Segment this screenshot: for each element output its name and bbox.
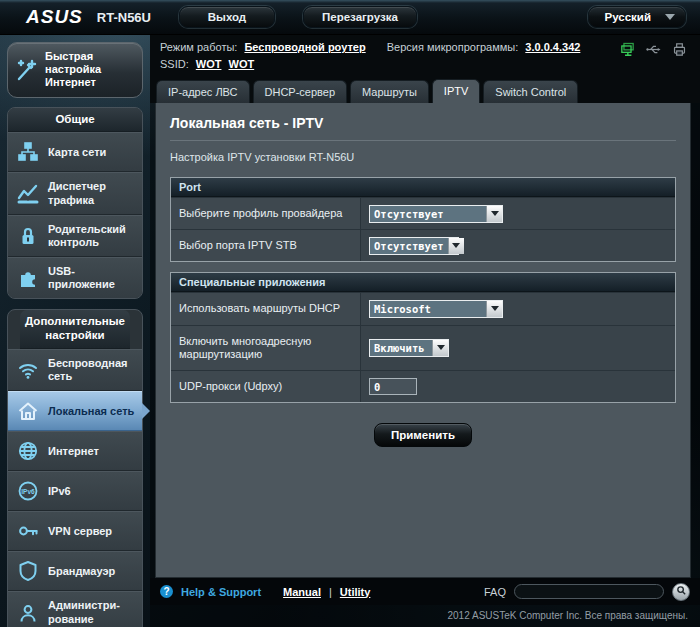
printer-status-icon[interactable]: [671, 41, 688, 63]
status-icons: [619, 41, 688, 63]
firmware-version-label: Версия микропрограммы:: [387, 41, 519, 53]
chevron-down-icon: [486, 206, 502, 222]
firmware-version-link[interactable]: 3.0.0.4.342: [525, 41, 580, 53]
sidebar-item-parental-control[interactable]: Родительский контроль: [8, 215, 142, 257]
logout-button[interactable]: Выход: [179, 6, 275, 28]
operation-mode-label: Режим работы:: [160, 41, 237, 53]
main-column: Режим работы: Беспроводной роутер Версия…: [150, 35, 700, 627]
status-infobar: Режим работы: Беспроводной роутер Версия…: [150, 35, 700, 74]
chevron-down-icon: [448, 238, 464, 254]
field-label: Включить многоадресную маршрутизацию: [171, 326, 361, 370]
tab-bar: IP-адрес ЛВС DHCP-сервер Маршруты IPTV S…: [150, 74, 700, 103]
usb-status-icon[interactable]: [645, 41, 662, 63]
tab-routes[interactable]: Маршруты: [350, 80, 429, 103]
form-row-iptv-stb-port: Выбор порта IPTV STB Отсутствует: [171, 229, 675, 261]
asus-logo: ASUS: [26, 6, 83, 28]
sidebar-section-general: Общие Карта сети: [7, 107, 143, 300]
tab-iptv[interactable]: IPTV: [432, 79, 480, 104]
sidebar-item-ipv6[interactable]: IPv6 IPv6: [8, 471, 142, 511]
utility-link[interactable]: Utility: [340, 586, 371, 598]
ssid-link-2[interactable]: WOT: [229, 58, 255, 70]
operation-mode-link[interactable]: Беспроводной роутер: [244, 41, 365, 53]
infobar-line-2: SSID: WOT WOT: [160, 56, 690, 73]
section-port: Port Выберите профиль провайдера Отсутст…: [170, 177, 676, 262]
model-name: RT-N56U: [97, 10, 151, 25]
page-title: Локальная сеть - IPTV: [170, 115, 676, 131]
reboot-button[interactable]: Перезагрузка: [303, 6, 417, 28]
help-question-icon: ?: [160, 585, 173, 598]
content-panel: Локальная сеть - IPTV Настройка IPTV уст…: [155, 103, 691, 578]
section-special-applications: Специальные приложения Использовать марш…: [170, 272, 676, 403]
chevron-down-icon: [665, 14, 675, 20]
page-subtitle: Настройка IPTV установки RT-N56U: [170, 151, 676, 163]
field-label: Выбор порта IPTV STB: [171, 230, 361, 261]
language-select[interactable]: Русский: [588, 6, 686, 28]
section-title: Специальные приложения: [171, 273, 675, 292]
sidebar-item-administration[interactable]: Администри-рование: [8, 591, 142, 627]
field-label: UDP-прокси (Udpxy): [171, 371, 361, 402]
wifi-icon: [16, 358, 40, 382]
traffic-chart-icon: [16, 182, 40, 206]
title-divider: [170, 140, 676, 141]
apply-button[interactable]: Применить: [374, 423, 472, 447]
sidebar-item-vpn-server[interactable]: VPN сервер: [8, 511, 142, 551]
language-value: Русский: [605, 11, 651, 23]
copyright-text: 2012 ASUSTeK Computer Inc. Все права защ…: [150, 605, 700, 627]
sidebar-item-quick-setup[interactable]: Быстрая настройка Интернет: [7, 42, 143, 98]
iptv-stb-port-select[interactable]: Отсутствует: [369, 237, 459, 255]
provider-profile-select[interactable]: Отсутствует: [369, 205, 503, 223]
sidebar-item-firewall[interactable]: Брандмауэр: [8, 551, 142, 591]
form-row-dhcp-routes: Использовать маршруты DHCP Microsoft: [171, 292, 675, 324]
puzzle-icon: [16, 266, 40, 290]
globe-icon: [16, 439, 40, 463]
sidebar-item-wireless[interactable]: Беспроводная сеть: [8, 349, 142, 391]
tab-switch-control[interactable]: Switch Control: [483, 80, 578, 103]
router-admin-page: ASUS RT-N56U Выход Перезагрузка Русский …: [0, 0, 700, 627]
sidebar-item-network-map[interactable]: Карта сети: [8, 132, 142, 172]
magic-wand-icon: [14, 58, 38, 82]
footer-bar: ? Help & Support Manual | Utility FAQ: [150, 578, 700, 605]
form-row-udp-proxy: UDP-прокси (Udpxy): [171, 370, 675, 402]
tab-lan-ip[interactable]: IP-адрес ЛВС: [156, 80, 250, 103]
field-label: Использовать маршруты DHCP: [171, 293, 361, 324]
ipv6-icon: IPv6: [16, 479, 40, 503]
faq-search-input[interactable]: [514, 584, 664, 599]
form-row-multicast-routing: Включить многоадресную маршрутизацию Вкл…: [171, 325, 675, 370]
search-button[interactable]: [672, 583, 690, 601]
faq-label: FAQ: [484, 586, 506, 598]
manual-link[interactable]: Manual: [283, 586, 321, 598]
header: ASUS RT-N56U Выход Перезагрузка Русский: [0, 0, 700, 35]
lan-status-icon[interactable]: [619, 41, 636, 63]
sidebar-item-traffic-manager[interactable]: Диспетчер трафика: [8, 172, 142, 214]
udp-proxy-input[interactable]: [369, 378, 417, 395]
sidebar: Быстрая настройка Интернет Общие Карта с…: [0, 35, 150, 627]
network-map-icon: [16, 140, 40, 164]
form-row-provider-profile: Выберите профиль провайдера Отсутствует: [171, 197, 675, 229]
sidebar-item-internet[interactable]: Интернет: [8, 431, 142, 471]
field-label: Выберите профиль провайдера: [171, 198, 361, 229]
svg-text:IPv6: IPv6: [21, 488, 35, 495]
ssid-label: SSID:: [160, 58, 189, 70]
chevron-down-icon: [486, 301, 502, 317]
sidebar-item-lan[interactable]: Локальная сеть: [8, 391, 142, 431]
footer-divider: |: [329, 586, 332, 598]
multicast-routing-select[interactable]: Включить: [369, 339, 449, 357]
key-icon: [16, 519, 40, 543]
ssid-link-1[interactable]: WOT: [196, 58, 222, 70]
help-support-link[interactable]: Help & Support: [181, 586, 261, 598]
sidebar-section-title: Дополнительные настройки: [20, 310, 130, 349]
sidebar-item-usb-application[interactable]: USB-приложение: [8, 257, 142, 298]
sidebar-section-advanced: Дополнительные настройки Беспроводная се…: [7, 309, 143, 627]
sidebar-item-label: Быстрая настройка Интернет: [45, 50, 136, 90]
search-icon: [676, 584, 687, 599]
lock-icon: [16, 224, 40, 248]
shield-icon: [16, 559, 40, 583]
tab-dhcp-server[interactable]: DHCP-сервер: [253, 80, 348, 103]
infobar-line-1: Режим работы: Беспроводной роутер Версия…: [160, 39, 690, 56]
section-title: Port: [171, 178, 675, 197]
home-icon: [16, 399, 40, 423]
sidebar-section-title: Общие: [8, 108, 142, 133]
chevron-down-icon: [432, 340, 448, 356]
dhcp-routes-select[interactable]: Microsoft: [369, 300, 503, 318]
admin-user-icon: [16, 601, 40, 625]
